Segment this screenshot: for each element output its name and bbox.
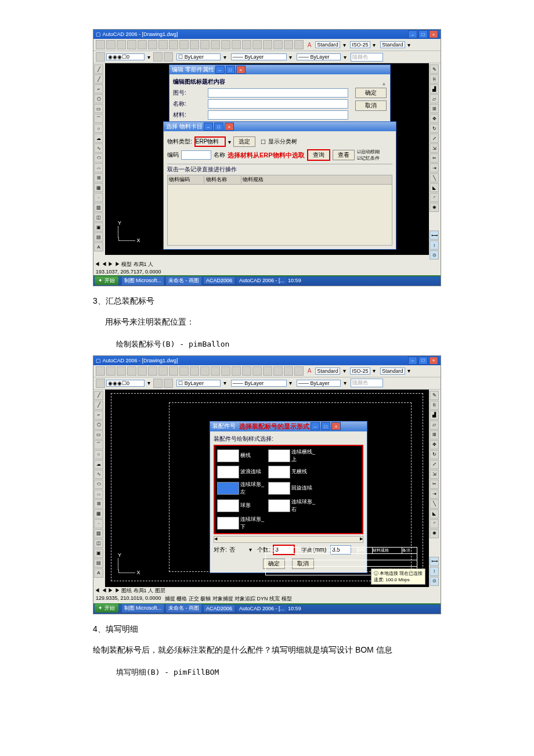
layer-state[interactable]: ◉◉◉☐0 bbox=[106, 380, 145, 387]
chamfer-icon[interactable]: ◣ bbox=[430, 509, 439, 519]
model-tabs[interactable]: ◀ ◀ ▶ ▶ 模型 布局1 人 bbox=[93, 261, 441, 268]
grad-icon[interactable]: ◫ bbox=[94, 539, 103, 548]
trim-icon[interactable]: ✂ bbox=[430, 153, 439, 163]
lineweight-combo[interactable]: —— ByLayer bbox=[297, 380, 341, 387]
block-icon[interactable]: ▦ bbox=[94, 183, 103, 192]
look-button[interactable]: 查看 bbox=[333, 150, 355, 160]
plot-icon[interactable] bbox=[148, 366, 157, 376]
checkbox-tree[interactable]: 显示分类树 bbox=[268, 138, 297, 146]
mirror-icon[interactable]: ▟ bbox=[430, 411, 439, 420]
tablestyle-combo[interactable]: Standard bbox=[380, 368, 405, 375]
undo-icon[interactable] bbox=[190, 40, 199, 49]
linetype-combo[interactable]: —— ByLayer bbox=[231, 380, 287, 387]
undo-icon[interactable] bbox=[190, 366, 199, 376]
align-combo[interactable]: 否 bbox=[229, 546, 247, 554]
zoom-icon[interactable] bbox=[221, 40, 230, 49]
paste-icon[interactable] bbox=[179, 366, 189, 376]
line-icon[interactable]: ╱ bbox=[94, 391, 103, 400]
task-word[interactable]: 制图 Microsoft... bbox=[122, 604, 164, 613]
dlg-close-icon[interactable]: × bbox=[225, 123, 234, 131]
pan-icon[interactable] bbox=[211, 366, 220, 376]
line-icon[interactable]: ╱ bbox=[94, 64, 103, 74]
insert-icon[interactable]: ⊞ bbox=[94, 499, 103, 509]
opt-lianxu-down[interactable]: 连续球形_下 bbox=[217, 516, 266, 531]
cut-icon[interactable] bbox=[158, 40, 168, 49]
new-icon[interactable] bbox=[96, 366, 105, 376]
new-icon[interactable] bbox=[96, 40, 105, 49]
dlg-max-icon[interactable]: □ bbox=[214, 123, 223, 131]
move-icon[interactable]: ✥ bbox=[430, 114, 439, 123]
earc-icon[interactable]: ⌓ bbox=[94, 489, 103, 499]
redo-icon[interactable] bbox=[200, 366, 210, 376]
zoom-win-icon[interactable] bbox=[232, 40, 241, 49]
dlg-close-icon[interactable]: × bbox=[236, 66, 246, 74]
insert-icon[interactable]: ⊞ bbox=[94, 173, 103, 182]
props-icon[interactable] bbox=[252, 40, 262, 49]
start-button[interactable]: ✦ 开始 bbox=[95, 604, 118, 613]
spline-icon[interactable]: ∿ bbox=[94, 143, 103, 153]
ellipse-icon[interactable]: ⬭ bbox=[94, 480, 103, 489]
circle-icon[interactable]: ○ bbox=[94, 124, 103, 133]
erase-icon[interactable]: ✎ bbox=[430, 391, 439, 400]
layer-state[interactable]: ◉◉◉☐0 bbox=[106, 53, 145, 60]
extend-icon[interactable]: ⇥ bbox=[430, 489, 439, 499]
dim2-icon[interactable]: ↕ bbox=[430, 240, 439, 250]
zoom-win-icon[interactable] bbox=[232, 366, 241, 376]
array-icon[interactable]: ⊞ bbox=[430, 430, 439, 440]
copy2-icon[interactable]: ⎘ bbox=[430, 401, 439, 410]
minimize-icon[interactable]: – bbox=[408, 30, 417, 38]
dimstyle-combo[interactable]: ISO-25 bbox=[350, 368, 370, 375]
maximize-icon[interactable]: □ bbox=[418, 30, 428, 38]
opt-lianxu-up[interactable]: 连续横线_上 bbox=[268, 448, 317, 463]
drawing-area[interactable]: 装配件号 选择装配标号的显示形式 –□× 装配件号绘制样式选择: 横线 连续横线… bbox=[105, 390, 429, 587]
stretch-icon[interactable]: ⇲ bbox=[430, 143, 439, 153]
task-acad[interactable]: ACAD2006 bbox=[204, 277, 234, 284]
block-icon[interactable]: ▦ bbox=[94, 509, 103, 519]
hatch-icon[interactable]: ▨ bbox=[94, 529, 103, 538]
pline-icon[interactable]: ⌐ bbox=[94, 84, 103, 93]
checkbox-blur[interactable]: 启动模糊 bbox=[361, 149, 380, 154]
dim3-icon[interactable]: ⊙ bbox=[430, 250, 439, 260]
fillet-icon[interactable]: ◜ bbox=[430, 519, 439, 528]
circle-icon[interactable]: ○ bbox=[94, 450, 103, 459]
dc-icon[interactable] bbox=[263, 40, 272, 49]
dlg-min-icon[interactable]: – bbox=[311, 422, 320, 430]
text-icon[interactable]: A bbox=[94, 568, 103, 578]
region-icon[interactable]: ▣ bbox=[94, 222, 103, 232]
ok-button[interactable]: 确定 bbox=[355, 88, 387, 98]
array-icon[interactable]: ⊞ bbox=[430, 104, 439, 113]
dlg-min-icon[interactable]: – bbox=[215, 66, 225, 74]
textstyle-combo[interactable]: Standard bbox=[315, 368, 340, 375]
table-icon[interactable]: ▤ bbox=[94, 559, 103, 568]
search-button[interactable]: 查询 bbox=[307, 149, 330, 161]
color-combo[interactable]: ☐ ByLayer bbox=[176, 380, 221, 387]
copy-icon[interactable] bbox=[169, 366, 178, 376]
rect-icon[interactable]: ▭ bbox=[94, 430, 103, 440]
revcloud-icon[interactable]: ☁ bbox=[94, 134, 103, 143]
grad-icon[interactable]: ◫ bbox=[94, 213, 103, 222]
layerprev-icon[interactable] bbox=[153, 379, 163, 388]
break-icon[interactable]: ╲ bbox=[430, 173, 439, 182]
close-icon[interactable]: × bbox=[429, 357, 438, 365]
table-icon[interactable]: ▤ bbox=[94, 232, 103, 242]
input-tuhao[interactable] bbox=[208, 88, 348, 98]
lineweight-combo[interactable]: —— ByLayer bbox=[297, 53, 341, 60]
opt-qiuxing[interactable]: 球形 bbox=[217, 498, 266, 513]
dlg-max-icon[interactable]: □ bbox=[226, 66, 235, 74]
input-cailiao[interactable] bbox=[208, 110, 348, 120]
task-word[interactable]: 制图 Microsoft... bbox=[122, 276, 164, 285]
dim-icon[interactable]: ⟷ bbox=[430, 557, 439, 566]
region-icon[interactable]: ▣ bbox=[94, 549, 103, 558]
input-code[interactable] bbox=[181, 150, 211, 160]
minimize-icon[interactable]: – bbox=[408, 357, 417, 365]
paste-icon[interactable] bbox=[179, 40, 189, 49]
task-acad2[interactable]: AutoCAD 2006 - [... bbox=[237, 277, 287, 284]
cline-icon[interactable]: ╱ bbox=[94, 401, 103, 410]
text-icon[interactable]: A bbox=[94, 242, 103, 251]
props-icon[interactable] bbox=[252, 366, 262, 376]
model-tabs[interactable]: ◀ ◀ ▶ ▶ 图纸 布局1 人 图层 bbox=[93, 587, 441, 595]
task-acad[interactable]: ACAD2006 bbox=[204, 605, 234, 612]
dim2-icon[interactable]: ↕ bbox=[430, 567, 439, 576]
preview-icon[interactable] bbox=[138, 366, 147, 376]
chamfer-icon[interactable]: ◣ bbox=[430, 183, 439, 192]
